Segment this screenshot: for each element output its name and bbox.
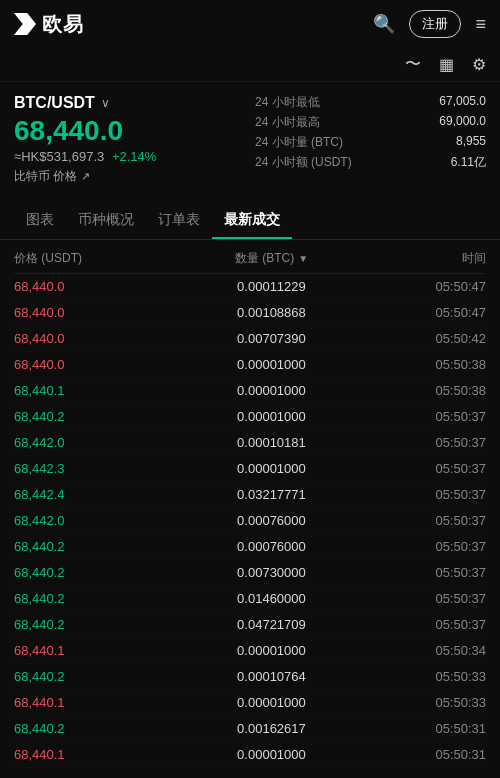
col-time-header: 时间 — [357, 250, 486, 267]
trade-qty: 0.00076000 — [186, 513, 358, 528]
btc-label: 比特币 价格 ↗ — [14, 168, 245, 185]
pair-symbol: BTC/USDT — [14, 94, 95, 112]
menu-icon[interactable]: ≡ — [475, 14, 486, 35]
trade-price: 68,440.2 — [14, 565, 186, 580]
price-right: 24 小时最低 67,005.0 24 小时最高 69,000.0 24 小时量… — [255, 94, 486, 185]
btc-label-text: 比特币 价格 — [14, 168, 77, 185]
trade-qty: 0.00108868 — [186, 305, 358, 320]
trade-time: 05:50:31 — [357, 721, 486, 736]
trade-qty: 0.03217771 — [186, 487, 358, 502]
sub-header: 〜 ▦ ⚙ — [0, 48, 500, 82]
trade-price: 68,442.0 — [14, 435, 186, 450]
trade-qty: 0.00011229 — [186, 279, 358, 294]
table-header: 价格 (USDT) 数量 (BTC) ▼ 时间 — [14, 240, 486, 274]
trade-price: 68,442.0 — [14, 513, 186, 528]
trade-price: 68,440.1 — [14, 383, 186, 398]
trade-price: 68,440.2 — [14, 409, 186, 424]
trade-time: 05:50:37 — [357, 591, 486, 606]
trade-time: 05:50:37 — [357, 565, 486, 580]
table-row: 68,440.2 0.01460000 05:50:37 — [14, 586, 486, 612]
trade-qty: 0.00001000 — [186, 383, 358, 398]
table-row: 68,440.2 0.00010764 05:50:33 — [14, 664, 486, 690]
col-qty-label: 数量 (BTC) — [235, 250, 294, 267]
logo: 欧易 — [14, 11, 84, 38]
trade-time: 05:50:38 — [357, 357, 486, 372]
settings-icon[interactable]: ⚙ — [472, 55, 486, 74]
tabs: 图表 币种概况 订单表 最新成交 — [0, 201, 500, 240]
table-row: 68,440.1 0.00001000 05:50:31 — [14, 742, 486, 768]
trade-time: 05:50:37 — [357, 513, 486, 528]
trade-time: 05:50:34 — [357, 643, 486, 658]
trade-qty: 0.00001000 — [186, 747, 358, 762]
vol-btc-value: 8,955 — [456, 134, 486, 151]
price-section: BTC/USDT ∨ 68,440.0 ≈HK$531,697.3 +2.14%… — [0, 82, 500, 197]
table-row: 68,440.1 0.00001000 05:50:38 — [14, 378, 486, 404]
trade-time: 05:50:37 — [357, 435, 486, 450]
table-row: 68,440.2 0.00162617 05:50:31 — [14, 716, 486, 742]
register-button[interactable]: 注册 — [409, 10, 461, 38]
change-pct: +2.14% — [112, 149, 156, 164]
trade-time: 05:50:47 — [357, 305, 486, 320]
col-qty-header: 数量 (BTC) ▼ — [186, 250, 358, 267]
trade-price: 68,440.2 — [14, 721, 186, 736]
trade-time: 05:50:37 — [357, 461, 486, 476]
trade-price: 68,440.0 — [14, 357, 186, 372]
header: 欧易 🔍 注册 ≡ — [0, 0, 500, 48]
trade-qty: 0.00730000 — [186, 565, 358, 580]
tab-overview[interactable]: 币种概况 — [66, 201, 146, 239]
pair-row: BTC/USDT ∨ — [14, 94, 245, 112]
hk-price: ≈HK$531,697.3 +2.14% — [14, 149, 245, 164]
search-icon[interactable]: 🔍 — [373, 13, 395, 35]
table-row: 68,440.2 0.00001000 05:50:37 — [14, 404, 486, 430]
trade-price: 68,440.1 — [14, 695, 186, 710]
table-row: 68,440.2 0.04721709 05:50:37 — [14, 612, 486, 638]
low-value: 67,005.0 — [439, 94, 486, 111]
trade-qty: 0.00076000 — [186, 539, 358, 554]
external-link-icon[interactable]: ↗ — [81, 170, 90, 183]
col-price-header: 价格 (USDT) — [14, 250, 186, 267]
trade-qty: 0.00707390 — [186, 331, 358, 346]
tab-orderbook[interactable]: 订单表 — [146, 201, 212, 239]
trade-price: 68,440.1 — [14, 643, 186, 658]
table-row: 68,440.2 0.00076000 05:50:37 — [14, 534, 486, 560]
table-row: 68,440.2 0.00730000 05:50:37 — [14, 560, 486, 586]
trade-time: 05:50:33 — [357, 669, 486, 684]
trade-qty: 0.00001000 — [186, 357, 358, 372]
trade-qty: 0.01460000 — [186, 591, 358, 606]
stat-row-high: 24 小时最高 69,000.0 — [255, 114, 486, 131]
tab-latest-trades[interactable]: 最新成交 — [212, 201, 292, 239]
trade-time: 05:50:38 — [357, 383, 486, 398]
filter-icon[interactable]: ▼ — [298, 253, 308, 264]
tab-chart[interactable]: 图表 — [14, 201, 66, 239]
high-value: 69,000.0 — [439, 114, 486, 131]
table-row: 68,442.0 0.00010181 05:50:37 — [14, 430, 486, 456]
trade-qty: 0.00001000 — [186, 409, 358, 424]
trade-qty: 0.00010764 — [186, 669, 358, 684]
main-price: 68,440.0 — [14, 116, 245, 147]
trade-price: 68,440.2 — [14, 591, 186, 606]
trade-qty: 0.00001000 — [186, 461, 358, 476]
trades-body: 68,440.0 0.00011229 05:50:47 68,440.0 0.… — [14, 274, 486, 768]
trade-time: 05:50:31 — [357, 747, 486, 762]
card-icon[interactable]: ▦ — [439, 55, 454, 74]
table-row: 68,442.0 0.00076000 05:50:37 — [14, 508, 486, 534]
trade-time: 05:50:33 — [357, 695, 486, 710]
table-row: 68,440.1 0.00001000 05:50:33 — [14, 690, 486, 716]
pair-arrow-icon[interactable]: ∨ — [101, 96, 110, 110]
trade-price: 68,442.4 — [14, 487, 186, 502]
trade-price: 68,440.2 — [14, 617, 186, 632]
trade-qty: 0.00162617 — [186, 721, 358, 736]
vol-usdt-label: 24 小时额 (USDT) — [255, 154, 352, 171]
trade-time: 05:50:47 — [357, 279, 486, 294]
table-row: 68,442.3 0.00001000 05:50:37 — [14, 456, 486, 482]
hk-price-value: ≈HK$531,697.3 — [14, 149, 104, 164]
table-row: 68,440.0 0.00011229 05:50:47 — [14, 274, 486, 300]
trades-table: 价格 (USDT) 数量 (BTC) ▼ 时间 68,440.0 0.00011… — [0, 240, 500, 768]
table-row: 68,440.0 0.00707390 05:50:42 — [14, 326, 486, 352]
table-row: 68,440.0 0.00001000 05:50:38 — [14, 352, 486, 378]
chart-icon[interactable]: 〜 — [405, 54, 421, 75]
logo-icon — [14, 13, 36, 35]
stat-row-low: 24 小时最低 67,005.0 — [255, 94, 486, 111]
trade-time: 05:50:37 — [357, 617, 486, 632]
logo-text: 欧易 — [42, 11, 84, 38]
